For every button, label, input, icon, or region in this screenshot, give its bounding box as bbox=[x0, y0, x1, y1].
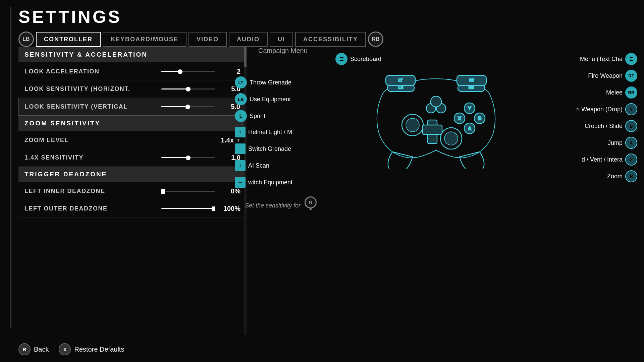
zoom-text: Zoom bbox=[607, 173, 623, 180]
svg-text:Y: Y bbox=[468, 106, 471, 111]
btn-label-fire-weapon: Fire Weapon RT bbox=[588, 70, 637, 82]
left-outer-deadzone-fill bbox=[161, 208, 214, 209]
vent-text: d / Vent / Intera bbox=[582, 156, 623, 163]
left-inner-deadzone-thumb[interactable] bbox=[161, 189, 165, 194]
row-look-sensitivity-v[interactable]: LOOK SENSITIVITY (VERTICAL 5.0 bbox=[18, 98, 247, 116]
left-outer-deadzone-track[interactable] bbox=[161, 208, 215, 209]
1-4x-sensitivity-label: 1.4X SENSITIVITY bbox=[24, 154, 161, 161]
look-sensitivity-h-fill bbox=[161, 88, 188, 89]
tab-keyboard[interactable]: KEYBOARD/MOUSE bbox=[103, 32, 186, 47]
btn-label-switch-equipment: → witch Equipment bbox=[235, 177, 292, 188]
1-4x-sensitivity-track[interactable] bbox=[161, 157, 215, 158]
row-look-sensitivity-h[interactable]: LOOK SENSITIVITY (HORIZONT. 5.0 bbox=[18, 80, 247, 98]
row-zoom-level[interactable]: ZOOM LEVEL 1.4x ▼ bbox=[18, 132, 247, 149]
controller-panel: Campaign Menu bbox=[235, 47, 637, 335]
rb-trigger[interactable]: RB bbox=[368, 32, 383, 47]
look-acceleration-label: LOOK ACCELERATION bbox=[24, 68, 161, 75]
lb-badge: LB bbox=[235, 93, 247, 105]
left-inner-deadzone-label: LEFT INNER DEADZONE bbox=[24, 188, 161, 195]
sprint-text: Sprint bbox=[250, 113, 265, 120]
1-4x-sensitivity-control: 1.0 bbox=[161, 154, 240, 162]
look-acceleration-thumb[interactable] bbox=[178, 69, 182, 74]
btn-label-scoreboard: ☰ Scoreboard bbox=[335, 53, 381, 65]
r-badge: R bbox=[625, 170, 637, 182]
look-sensitivity-h-label: LOOK SENSITIVITY (HORIZONT. bbox=[24, 85, 161, 93]
btn-label-switch-grenade: ← Switch Grenade bbox=[235, 143, 291, 154]
left-outer-deadzone-control: 100% bbox=[161, 205, 240, 213]
btn-label-weapon-drop: n Weapon (Drop) Y bbox=[576, 103, 637, 115]
btn-label-helmet-light: ↑ Helmet Light / M bbox=[235, 127, 292, 137]
look-acceleration-fill bbox=[161, 71, 180, 72]
menu-badge-left: ☰ bbox=[335, 53, 347, 65]
look-sensitivity-h-thumb[interactable] bbox=[186, 87, 191, 92]
look-sensitivity-v-control: 5.0 bbox=[161, 103, 240, 111]
svg-text:LB: LB bbox=[398, 85, 404, 89]
btn-label-use-equipment: LB Use Equipment bbox=[235, 93, 291, 105]
restore-defaults-button[interactable]: X Restore Defaults bbox=[59, 343, 124, 355]
helmet-light-text: Helmet Light / M bbox=[248, 129, 292, 136]
svg-text:RB: RB bbox=[469, 85, 474, 89]
look-sensitivity-v-thumb[interactable] bbox=[185, 105, 190, 109]
fire-weapon-text: Fire Weapon bbox=[588, 72, 623, 79]
b-key-icon: B bbox=[18, 343, 31, 355]
x-key-icon: X bbox=[59, 343, 71, 355]
left-inner-deadzone-track[interactable] bbox=[161, 191, 215, 192]
l-badge: L bbox=[235, 110, 247, 122]
dpad-down-badge: ↓ bbox=[235, 160, 246, 171]
restore-defaults-label: Restore Defaults bbox=[74, 346, 124, 353]
1-4x-sensitivity-thumb[interactable] bbox=[186, 156, 191, 160]
tab-ui[interactable]: UI bbox=[270, 32, 293, 47]
switch-grenade-text: Switch Grenade bbox=[248, 145, 291, 153]
look-sensitivity-h-track[interactable] bbox=[161, 88, 215, 89]
zoom-level-label: ZOOM LEVEL bbox=[24, 137, 214, 144]
y-badge: Y bbox=[625, 103, 637, 115]
svg-point-7 bbox=[444, 132, 458, 145]
settings-panel: SENSITIVITY & ACCELERATION LOOK ACCELERA… bbox=[18, 47, 247, 335]
menu-badge-right: ☰ bbox=[625, 53, 637, 65]
left-inner-deadzone-control: 0% bbox=[161, 187, 240, 195]
btn-label-vent: d / Vent / Intera X bbox=[582, 154, 637, 166]
row-1-4x-sensitivity[interactable]: 1.4X SENSITIVITY 1.0 bbox=[18, 149, 247, 167]
rt-badge: RT bbox=[625, 70, 637, 82]
a-badge: A bbox=[625, 137, 637, 149]
back-button[interactable]: B Back bbox=[18, 343, 49, 355]
svg-text:LT: LT bbox=[398, 78, 403, 82]
svg-text:X: X bbox=[458, 116, 461, 121]
look-acceleration-track[interactable] bbox=[161, 71, 215, 72]
look-sensitivity-h-control: 5.0 bbox=[161, 85, 240, 93]
tabs-bar: LB CONTROLLER KEYBOARD/MOUSE VIDEO AUDIO… bbox=[18, 32, 637, 47]
controller-image: Y B A X LB RB LT RT bbox=[366, 65, 506, 169]
svg-text:A: A bbox=[468, 126, 471, 131]
svg-rect-9 bbox=[423, 125, 442, 134]
tab-audio[interactable]: AUDIO bbox=[229, 32, 268, 47]
use-equipment-text: Use Equipment bbox=[250, 96, 291, 103]
svg-point-12 bbox=[431, 96, 441, 107]
dpad-right-badge: → bbox=[235, 177, 246, 188]
look-sensitivity-v-label: LOOK SENSITIVITY (VERTICAL bbox=[25, 103, 161, 110]
look-sensitivity-v-fill bbox=[161, 106, 188, 107]
row-left-inner-deadzone[interactable]: LEFT INNER DEADZONE 0% bbox=[18, 183, 247, 200]
back-label: Back bbox=[34, 346, 49, 353]
right-stick-icon: R bbox=[305, 196, 317, 208]
melee-text: Melee bbox=[606, 89, 623, 96]
x-badge: X bbox=[625, 154, 637, 166]
switch-equipment-text: witch Equipment bbox=[248, 179, 292, 186]
1-4x-sensitivity-fill bbox=[161, 157, 188, 158]
tab-controller[interactable]: CONTROLLER bbox=[36, 32, 101, 47]
tab-accessibility[interactable]: ACCESSIBILITY bbox=[295, 32, 366, 47]
left-border bbox=[10, 7, 11, 328]
left-outer-deadzone-thumb[interactable] bbox=[212, 206, 215, 211]
lb-trigger[interactable]: LB bbox=[18, 32, 34, 47]
btn-label-crouch-slide: Crouch / Slide B bbox=[585, 120, 637, 132]
b-badge: B bbox=[625, 120, 637, 132]
btn-label-sprint: L Sprint bbox=[235, 110, 265, 122]
campaign-menu-label: Campaign Menu bbox=[235, 47, 637, 55]
row-look-acceleration[interactable]: LOOK ACCELERATION 2 bbox=[18, 63, 247, 80]
tab-video[interactable]: VIDEO bbox=[189, 32, 227, 47]
zoom-level-value: 1.4x bbox=[214, 136, 234, 144]
scoreboard-text: Scoreboard bbox=[350, 56, 381, 63]
rb-badge: RB bbox=[625, 86, 637, 99]
header: SETTINGS LB CONTROLLER KEYBOARD/MOUSE VI… bbox=[18, 7, 637, 47]
row-left-outer-deadzone[interactable]: LEFT OUTER DEADZONE 100% bbox=[18, 200, 247, 218]
look-sensitivity-v-track[interactable] bbox=[161, 106, 215, 107]
